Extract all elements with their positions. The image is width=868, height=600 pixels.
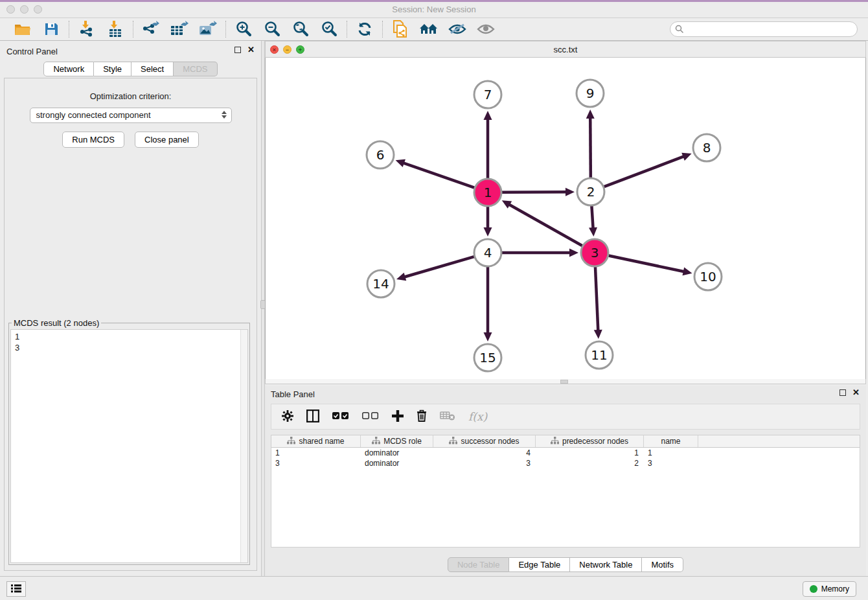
save-session-button[interactable] <box>41 20 61 38</box>
graph-node-3[interactable]: 3 <box>581 239 608 266</box>
status-bar: Memory <box>0 576 868 600</box>
table-row[interactable]: 1dominator411 <box>271 448 860 458</box>
tab-select[interactable]: Select <box>131 62 174 76</box>
first-neighbors-button[interactable] <box>419 20 439 38</box>
graph-node-8[interactable]: 8 <box>693 134 720 161</box>
zoom-selected-button[interactable] <box>319 20 339 38</box>
graph-node-14[interactable]: 14 <box>367 270 394 297</box>
network-titlebar[interactable]: × − + scc.txt <box>265 41 866 58</box>
show-all-button[interactable] <box>476 20 496 38</box>
cell-name[interactable]: 1 <box>644 448 698 458</box>
control-panel: Control Panel ✕ NetworkStyleSelectMCDS O… <box>0 41 261 576</box>
cell-successor-nodes[interactable]: 3 <box>433 458 536 468</box>
cell-successor-nodes[interactable]: 4 <box>433 448 536 458</box>
export-network-button[interactable] <box>141 20 161 38</box>
cell-MCDS-role[interactable]: dominator <box>361 448 433 458</box>
edge-1-2[interactable] <box>502 192 568 192</box>
graph-node-11[interactable]: 11 <box>586 341 613 369</box>
table-row[interactable]: 3dominator323 <box>271 458 860 468</box>
column-header-predecessor-nodes[interactable]: predecessor nodes <box>536 435 644 447</box>
import-table-button[interactable] <box>106 20 125 38</box>
function-builder-button[interactable]: f(x) <box>468 410 487 423</box>
zoom-out-icon <box>264 21 280 38</box>
network-canvas[interactable]: 7968124314101511 <box>265 58 866 379</box>
graph-node-9[interactable]: 9 <box>577 80 604 107</box>
memory-button[interactable]: Memory <box>803 581 856 597</box>
optimization-criterion-label: Optimization criterion: <box>5 91 257 101</box>
edge-1-6[interactable] <box>402 163 474 188</box>
deselect-all-rows-button[interactable] <box>362 412 379 422</box>
cell-shared-name[interactable]: 3 <box>271 458 361 468</box>
delete-table-button[interactable] <box>440 411 455 423</box>
graph-node-10[interactable]: 10 <box>694 263 722 290</box>
new-network-from-selection-button[interactable] <box>391 20 410 38</box>
tab-motifs[interactable]: Motifs <box>642 557 683 572</box>
search-input[interactable] <box>670 21 858 37</box>
network-scrollbar[interactable] <box>265 379 866 384</box>
mcds-result-title: MCDS result (2 nodes) <box>12 318 101 328</box>
zoom-out-button[interactable] <box>262 20 282 38</box>
refresh-view-button[interactable] <box>355 20 374 38</box>
zoom-fit-button[interactable] <box>291 20 310 38</box>
hide-selected-button[interactable] <box>448 20 467 38</box>
main-toolbar <box>0 18 868 41</box>
export-image-button[interactable] <box>198 20 218 38</box>
float-table-panel-icon[interactable] <box>839 389 846 396</box>
trash-icon <box>417 410 427 424</box>
graph-node-2[interactable]: 2 <box>577 178 604 205</box>
cell-shared-name[interactable]: 1 <box>271 448 361 458</box>
column-header-successor-nodes[interactable]: successor nodes <box>433 435 536 447</box>
graph-node-7[interactable]: 7 <box>474 81 501 108</box>
tab-node-table[interactable]: Node Table <box>448 557 510 572</box>
tab-mcds[interactable]: MCDS <box>174 62 217 76</box>
edge-3-10[interactable] <box>609 256 686 272</box>
hierarchy-icon <box>372 437 380 446</box>
edge-3-1[interactable] <box>507 203 582 246</box>
mcds-result-list[interactable]: 13 <box>10 329 248 563</box>
import-network-button[interactable] <box>77 20 97 38</box>
table-settings-button[interactable] <box>282 410 293 424</box>
edge-3-11[interactable] <box>595 267 598 332</box>
export-table-button[interactable] <box>170 20 189 38</box>
cell-name[interactable]: 3 <box>644 458 698 468</box>
edge-2-8[interactable] <box>604 156 686 187</box>
close-panel-button[interactable]: Close panel <box>135 132 199 148</box>
add-column-button[interactable] <box>392 410 404 424</box>
edge-4-14[interactable] <box>403 257 474 277</box>
graph-node-1[interactable]: 1 <box>474 179 501 206</box>
graph-node-15[interactable]: 15 <box>474 344 501 371</box>
optimization-criterion-select[interactable]: strongly connected component <box>30 108 232 123</box>
network-scrollbar-thumb[interactable] <box>560 380 568 384</box>
tab-network-table[interactable]: Network Table <box>570 557 642 572</box>
column-header-MCDS-role[interactable]: MCDS role <box>361 435 433 447</box>
graph-node-4[interactable]: 4 <box>474 239 501 266</box>
delete-columns-button[interactable] <box>417 410 427 424</box>
arrowhead-icon <box>484 111 492 120</box>
task-history-button[interactable] <box>6 581 26 597</box>
cell-predecessor-nodes[interactable]: 2 <box>536 458 644 468</box>
cell-predecessor-nodes[interactable]: 1 <box>536 448 644 458</box>
close-panel-icon[interactable]: ✕ <box>247 47 255 53</box>
arrowhead-icon <box>594 330 602 339</box>
close-table-panel-icon[interactable]: ✕ <box>852 389 860 396</box>
tab-network[interactable]: Network <box>43 62 94 76</box>
node-table[interactable]: shared nameMCDS rolesuccessor nodesprede… <box>271 435 860 548</box>
tab-style[interactable]: Style <box>94 62 131 76</box>
column-header-name[interactable]: name <box>644 435 698 447</box>
select-all-rows-button[interactable] <box>332 412 349 422</box>
result-scrollbar[interactable] <box>240 330 247 562</box>
edge-2-3[interactable] <box>591 206 593 230</box>
column-header-shared-name[interactable]: shared name <box>271 435 361 447</box>
open-session-button[interactable] <box>13 20 32 38</box>
import-table-icon <box>108 21 122 38</box>
column-panel-button[interactable] <box>306 410 319 424</box>
arrowhead-icon <box>484 332 492 341</box>
graph-node-6[interactable]: 6 <box>367 141 394 168</box>
tab-edge-table[interactable]: Edge Table <box>509 557 570 572</box>
run-mcds-button[interactable]: Run MCDS <box>62 132 124 148</box>
edge-2-9[interactable] <box>590 116 591 178</box>
window-title: Session: New Session <box>0 5 868 14</box>
float-panel-icon[interactable] <box>234 47 241 53</box>
zoom-in-button[interactable] <box>234 20 253 38</box>
cell-MCDS-role[interactable]: dominator <box>361 458 433 468</box>
